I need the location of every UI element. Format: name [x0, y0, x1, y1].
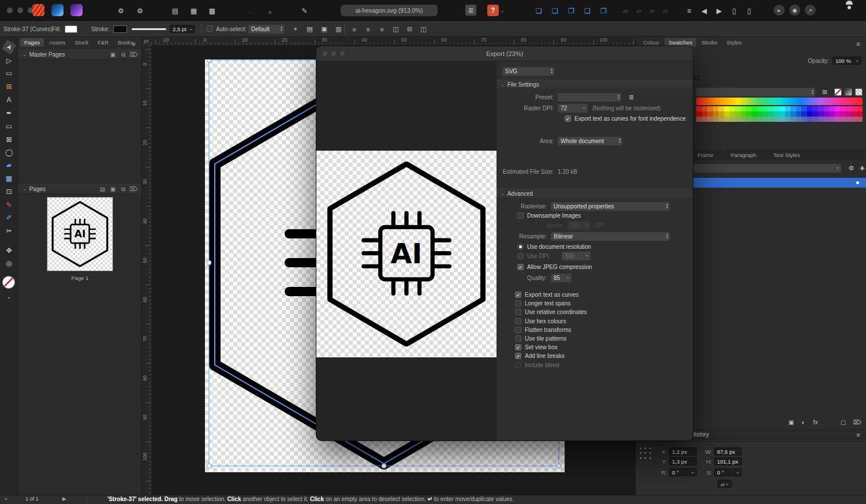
colour-swatch[interactable]: [835, 117, 841, 122]
auto-select-dropdown[interactable]: Default: [248, 25, 284, 33]
delete-icon[interactable]: ⌦: [852, 417, 863, 428]
auto-select-checkbox[interactable]: [207, 25, 213, 32]
colour-palette-grid[interactable]: [696, 106, 863, 122]
colour-swatch[interactable]: [790, 117, 796, 122]
colour-swatch[interactable]: [857, 111, 863, 117]
close-button[interactable]: [7, 8, 13, 13]
colour-swatch[interactable]: [801, 111, 807, 117]
colour-swatch[interactable]: [846, 106, 852, 111]
minimize-button[interactable]: [17, 8, 23, 13]
use-document-resolution-radio[interactable]: [517, 244, 524, 250]
delete-page-icon[interactable]: ⌦: [129, 51, 138, 58]
chevron-down-icon[interactable]: ⌄: [501, 82, 505, 87]
node-tool[interactable]: ▷: [3, 55, 14, 66]
colour-swatch[interactable]: [774, 106, 779, 111]
checkbox-use-relative-coordinates[interactable]: [515, 309, 521, 315]
view-options-icon[interactable]: ▤: [98, 185, 107, 193]
shear-icon[interactable]: ▱: [718, 480, 731, 488]
colour-swatch[interactable]: [696, 117, 702, 122]
chevron-down-icon[interactable]: ⌄: [501, 8, 505, 13]
rectangle-tool[interactable]: ▭: [3, 121, 14, 132]
tab-stroke[interactable]: Stroke: [697, 38, 721, 47]
text-wrap-icon[interactable]: ≣: [465, 5, 476, 16]
pages-header[interactable]: ⌄ Pages ▤▣⧉⌦: [18, 184, 141, 194]
colour-swatch[interactable]: [840, 111, 846, 117]
advanced-header[interactable]: ⌄ Advanced: [497, 189, 693, 199]
next-page-icon[interactable]: ▶: [62, 496, 66, 502]
colour-picker-tool[interactable]: ✐: [3, 212, 14, 223]
w-field[interactable]: 87,6 px: [714, 447, 742, 456]
picture-frame-tool[interactable]: ⊠: [3, 134, 14, 145]
gear-icon[interactable]: ⚙: [846, 163, 857, 174]
palette-category-dropdown[interactable]: [696, 88, 815, 96]
downsample-checkbox[interactable]: [517, 212, 524, 219]
device-icon-2[interactable]: ▯: [744, 5, 755, 16]
colour-swatch[interactable]: [724, 117, 730, 122]
colour-swatch[interactable]: [840, 106, 846, 111]
dim-tool-icon-2[interactable]: ▱: [633, 6, 644, 17]
colour-swatch[interactable]: [812, 117, 818, 122]
fill-indicator[interactable]: [2, 276, 15, 289]
panel-menu-icon[interactable]: ≡: [128, 38, 139, 49]
hardware-help-icon[interactable]: ? ⌄: [487, 5, 505, 16]
chevron-down-icon[interactable]: ⌄: [23, 186, 27, 192]
colour-swatch[interactable]: [779, 111, 785, 117]
colour-swatch[interactable]: [796, 106, 802, 111]
tab-pages[interactable]: Pages: [20, 38, 44, 47]
blue-panel-icon-2[interactable]: ❏: [550, 5, 561, 16]
delete-page-icon[interactable]: ⌦: [129, 185, 138, 193]
dim-tool-icon-3[interactable]: ▱: [647, 6, 658, 17]
pencil-tool[interactable]: ✎: [3, 199, 14, 210]
flip-vertical-icon[interactable]: ▶: [714, 5, 725, 16]
colour-swatch[interactable]: [785, 117, 791, 122]
colour-swatch[interactable]: [724, 111, 730, 117]
chevron-down-icon[interactable]: ⌄: [23, 52, 27, 57]
preferences-gear-icon[interactable]: ⚙: [115, 5, 126, 16]
align-center-icon[interactable]: ≡: [363, 24, 374, 35]
colour-swatch[interactable]: [829, 106, 835, 111]
colour-swatch[interactable]: [824, 111, 830, 117]
colour-swatch[interactable]: [857, 117, 863, 122]
swatches-panel-menu-icon[interactable]: ≡: [853, 38, 864, 49]
page-thumbnail[interactable]: [47, 197, 113, 271]
add-page-icon[interactable]: ▣: [109, 185, 117, 193]
colour-swatch[interactable]: [779, 117, 785, 122]
colour-swatch[interactable]: [718, 106, 724, 111]
tab-colour[interactable]: Colour: [639, 38, 663, 47]
add-page-icon[interactable]: ▣: [109, 51, 117, 58]
x-field[interactable]: 1,2 px: [669, 447, 697, 456]
preset-star-icon[interactable]: ✧: [264, 7, 275, 18]
dim-tool-icon-1[interactable]: ▱: [620, 6, 631, 17]
blue-panel-icon-5[interactable]: ❐: [598, 5, 609, 16]
chevron-down-icon[interactable]: ⌄: [501, 191, 505, 196]
colour-swatch[interactable]: [852, 117, 857, 122]
grid-view-icon[interactable]: ⊞: [819, 87, 830, 98]
minimize-button[interactable]: [331, 51, 336, 56]
ruler-unit-label[interactable]: px: [142, 37, 151, 45]
fill-swatch[interactable]: [65, 25, 77, 33]
checkbox-include-bleed[interactable]: [515, 362, 521, 368]
colour-swatch[interactable]: [702, 111, 708, 117]
vector-crop-tool[interactable]: ⊡: [3, 186, 14, 197]
document-setup-gear-icon[interactable]: ⚙: [135, 5, 145, 16]
world-circle-icon[interactable]: ◉: [789, 5, 800, 16]
colour-swatch[interactable]: [757, 106, 763, 111]
align-left-icon[interactable]: ≡: [349, 24, 360, 35]
colour-swatch[interactable]: [702, 117, 708, 122]
checkbox-add-line-breaks[interactable]: ✓: [515, 353, 521, 359]
view-tool[interactable]: ✥: [3, 245, 14, 256]
colour-swatch[interactable]: [774, 111, 779, 117]
tab-styles[interactable]: Styles: [723, 38, 746, 47]
snap-dot-icon[interactable]: ∙: [245, 7, 256, 18]
align-right-icon[interactable]: ≡: [376, 24, 387, 35]
stroke-width-field[interactable]: 2,5 pt: [170, 25, 195, 33]
colour-swatch[interactable]: [741, 111, 746, 117]
insert-behind-icon[interactable]: ▤: [304, 24, 315, 35]
colour-swatch[interactable]: [768, 106, 774, 111]
colour-swatch[interactable]: [713, 106, 719, 111]
use-dpi-radio[interactable]: [517, 253, 524, 259]
checker-swatch[interactable]: [855, 88, 863, 96]
horizontal-ruler[interactable]: -100102030405060708090100: [151, 37, 635, 45]
device-icon-1[interactable]: ▯: [729, 5, 740, 16]
tab-f-r[interactable]: F&R: [94, 38, 113, 47]
